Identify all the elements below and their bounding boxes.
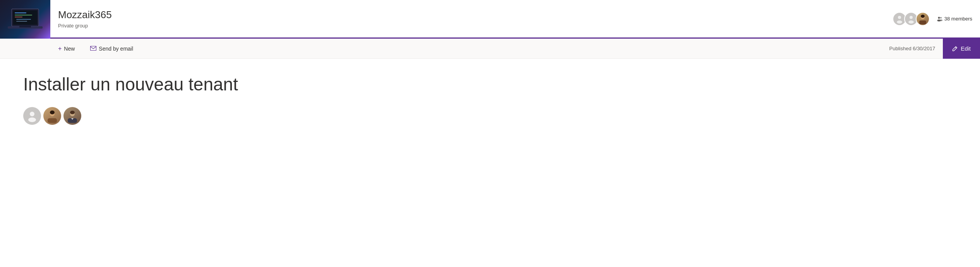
toolbar-left: + New Send by email <box>50 39 882 59</box>
send-email-button-label: Send by email <box>99 46 133 52</box>
person-photo-3 <box>917 14 928 24</box>
svg-rect-5 <box>16 19 31 20</box>
author-avatar-2 <box>43 107 61 125</box>
svg-point-9 <box>898 16 901 19</box>
toolbar-bar: + New Send by email Published 6/30/2017 … <box>0 39 980 59</box>
svg-rect-3 <box>15 15 32 15</box>
group-type: Private group <box>58 23 885 29</box>
members-count-label: 38 members <box>944 16 972 22</box>
svg-rect-14 <box>919 20 926 24</box>
svg-rect-24 <box>48 118 57 123</box>
svg-point-28 <box>70 111 75 114</box>
author-person-icon-3 <box>65 109 79 123</box>
svg-rect-4 <box>15 17 22 17</box>
svg-rect-20 <box>91 46 96 50</box>
svg-point-11 <box>910 16 913 19</box>
svg-rect-6 <box>16 21 27 22</box>
member-avatars <box>893 12 930 26</box>
main-content: Installer un nouveau tenant <box>0 59 980 267</box>
avatar-3 <box>916 12 930 26</box>
group-image-placeholder <box>0 0 50 39</box>
svg-point-12 <box>908 20 914 24</box>
svg-point-19 <box>940 19 942 21</box>
svg-rect-8 <box>19 26 31 27</box>
author-avatars <box>23 107 957 125</box>
group-image <box>0 0 50 39</box>
author-person-icon-2 <box>45 109 59 123</box>
svg-point-17 <box>940 17 942 19</box>
header-right: 38 members <box>893 0 980 37</box>
svg-point-25 <box>50 111 55 114</box>
edit-button[interactable]: Edit <box>943 39 980 59</box>
new-button[interactable]: + New <box>50 39 82 59</box>
svg-point-16 <box>938 17 940 19</box>
svg-point-21 <box>30 112 34 116</box>
toolbar-right: Published 6/30/2017 Edit <box>882 39 980 59</box>
svg-point-15 <box>921 15 925 18</box>
envelope-icon <box>90 45 96 52</box>
group-info: Mozzaik365 Private group <box>50 0 893 37</box>
author-avatar-3 <box>63 107 81 125</box>
person-icon-2 <box>906 14 916 24</box>
members-count: 38 members <box>937 16 972 22</box>
svg-point-22 <box>28 117 36 122</box>
people-icon <box>937 16 943 22</box>
pencil-icon <box>952 46 958 51</box>
svg-point-10 <box>897 20 902 24</box>
svg-rect-2 <box>15 12 26 14</box>
author-person-icon-1 <box>26 110 38 122</box>
laptop-svg <box>8 7 43 32</box>
group-name: Mozzaik365 <box>58 9 885 21</box>
published-text: Published 6/30/2017 <box>882 46 943 51</box>
edit-button-label: Edit <box>961 45 971 52</box>
person-icon-1 <box>895 14 904 24</box>
author-avatar-1 <box>23 107 41 125</box>
plus-icon: + <box>58 45 62 52</box>
new-button-label: New <box>64 46 75 52</box>
send-email-button[interactable]: Send by email <box>82 39 141 59</box>
header-bar: Mozzaik365 Private group <box>0 0 980 39</box>
page-title: Installer un nouveau tenant <box>23 74 957 95</box>
